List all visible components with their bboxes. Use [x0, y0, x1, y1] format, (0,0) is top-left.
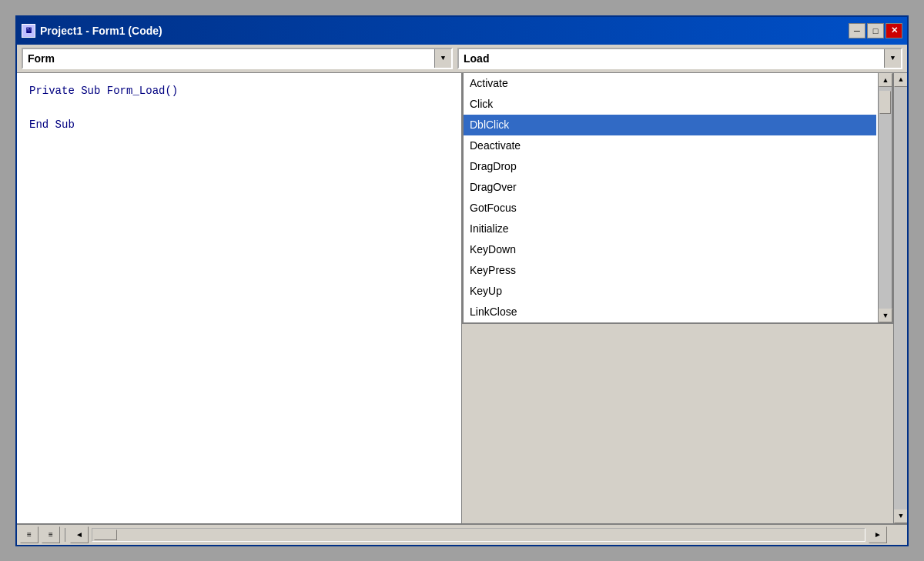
- status-btn-4[interactable]: ►: [869, 526, 887, 543]
- dropdown-item-dragover[interactable]: DragOver: [464, 177, 876, 198]
- code-editor[interactable]: Private Sub Form_Load() End Sub: [17, 73, 462, 523]
- event-dropdown-value: Load: [459, 51, 884, 66]
- status-btn-2[interactable]: ≡: [42, 526, 60, 543]
- dropdown-item-gotfocus[interactable]: GotFocus: [464, 198, 876, 219]
- h-scroll-thumb[interactable]: [94, 529, 117, 540]
- dropdown-item-click[interactable]: Click: [464, 94, 876, 115]
- scroll-thumb[interactable]: [879, 91, 891, 114]
- dropdown-item-dragdrop[interactable]: DragDrop: [464, 156, 876, 177]
- toolbar-row: Form ▼ Load ▼: [17, 45, 907, 73]
- code-line-3: End Sub: [29, 116, 449, 133]
- dropdown-item-initialize[interactable]: Initialize: [464, 219, 876, 239]
- title-bar: 🖥 Project1 - Form1 (Code) ─ □ ✕: [17, 17, 907, 45]
- scroll-down-button[interactable]: ▼: [879, 309, 892, 322]
- main-scroll-track: [894, 87, 907, 509]
- dropdown-scrollbar: ▲ ▼: [878, 73, 892, 322]
- dropdown-item-keydown[interactable]: KeyDown: [464, 239, 876, 260]
- content-area: Private Sub Form_Load() End Sub Activate…: [17, 73, 907, 523]
- event-dropdown-panel: Activate Click DblClick Deactivate DragD…: [462, 73, 893, 523]
- status-bar: ≡ ≡ ◄ ►: [17, 523, 907, 545]
- app-icon: 🖥: [22, 24, 35, 38]
- object-dropdown-arrow[interactable]: ▼: [434, 49, 451, 68]
- main-scrollbar: ▲ ▼: [893, 73, 907, 523]
- dropdown-item-dblclick[interactable]: DblClick: [464, 115, 876, 135]
- dropdown-item-linkclose[interactable]: LinkClose: [464, 302, 876, 322]
- title-bar-left: 🖥 Project1 - Form1 (Code): [22, 24, 162, 38]
- status-btn-3[interactable]: ◄: [70, 526, 89, 543]
- window-title: Project1 - Form1 (Code): [40, 25, 162, 37]
- dropdown-item-keypress[interactable]: KeyPress: [464, 260, 876, 281]
- maximize-button[interactable]: □: [867, 23, 884, 38]
- code-line-1: Private Sub Form_Load(): [29, 82, 449, 99]
- minimize-button[interactable]: ─: [849, 23, 865, 38]
- scroll-up-button[interactable]: ▲: [879, 73, 892, 87]
- dropdown-item-activate[interactable]: Activate: [464, 73, 876, 94]
- object-dropdown[interactable]: Form ▼: [22, 48, 453, 69]
- dropdown-list[interactable]: Activate Click DblClick Deactivate DragD…: [462, 73, 893, 324]
- main-window: 🖥 Project1 - Form1 (Code) ─ □ ✕ Form ▼ L…: [15, 15, 909, 546]
- status-btn-1[interactable]: ≡: [20, 526, 38, 543]
- main-scroll-up[interactable]: ▲: [894, 73, 907, 87]
- event-dropdown-arrow[interactable]: ▼: [884, 49, 901, 68]
- event-dropdown[interactable]: Load ▼: [457, 48, 902, 69]
- object-dropdown-value: Form: [23, 51, 434, 66]
- bottom-right-corner: [890, 528, 904, 542]
- code-line-2: [29, 99, 449, 116]
- status-divider: [65, 528, 65, 542]
- horizontal-scrollbar[interactable]: [92, 528, 865, 542]
- scroll-track: [879, 87, 892, 309]
- dropdown-item-keyup[interactable]: KeyUp: [464, 281, 876, 302]
- main-scroll-down[interactable]: ▼: [894, 509, 907, 523]
- title-controls: ─ □ ✕: [849, 23, 902, 38]
- dropdown-item-deactivate[interactable]: Deactivate: [464, 135, 876, 156]
- close-button[interactable]: ✕: [886, 23, 902, 38]
